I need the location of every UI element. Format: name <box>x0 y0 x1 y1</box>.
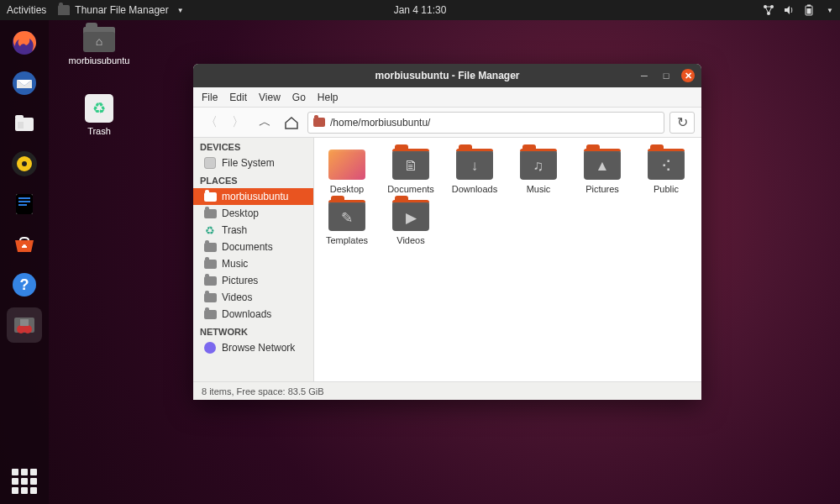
clock[interactable]: Jan 4 11:30 <box>394 4 447 16</box>
folder-label: Downloads <box>450 184 499 194</box>
desktop-icon-home[interactable]: ⌂ morbiusubuntu <box>66 27 133 66</box>
dock-thunar[interactable] <box>7 307 42 343</box>
sidebar-item-music[interactable]: Music <box>193 255 313 272</box>
menu-go[interactable]: Go <box>292 92 306 103</box>
titlebar[interactable]: morbiusubuntu - File Manager ─ □ ✕ <box>193 64 701 87</box>
folder-icon: ↓ <box>456 150 493 180</box>
folder-view[interactable]: Desktop🗎Documents↓Downloads♫Music▲Pictur… <box>314 138 701 381</box>
forward-button[interactable]: 〉 <box>227 112 249 134</box>
glyph-icon: ▶ <box>406 208 417 226</box>
glyph-icon: ✎ <box>341 208 353 226</box>
sidebar-item-videos[interactable]: Videos <box>193 289 313 306</box>
folder-label: Documents <box>386 184 435 194</box>
sidebar-item-label: Pictures <box>222 275 258 286</box>
dock-thunderbird[interactable] <box>7 66 42 101</box>
trash-icon: ♻ <box>85 94 113 123</box>
reload-button[interactable]: ↻ <box>669 112 695 134</box>
statusbar-text: 8 items, Free space: 83.5 GiB <box>202 386 324 396</box>
folder-icon: ▲ <box>584 150 621 180</box>
folder-icon: ✎ <box>328 201 365 231</box>
menu-help[interactable]: Help <box>318 92 339 103</box>
top-panel: Activities Thunar File Manager ▼ Jan 4 1… <box>0 0 840 20</box>
sidebar-item-downloads[interactable]: Downloads <box>193 306 313 323</box>
app-menu[interactable]: Thunar File Manager ▼ <box>58 4 183 16</box>
folder-icon: ♫ <box>520 150 557 180</box>
sidebar-item-label: Videos <box>222 291 252 303</box>
menu-file[interactable]: File <box>202 92 218 103</box>
window-title: morbiusubuntu - File Manager <box>375 70 519 81</box>
menu-view[interactable]: View <box>259 92 281 103</box>
minimize-button[interactable]: ─ <box>638 69 651 82</box>
svg-rect-26 <box>20 319 29 326</box>
back-button[interactable]: 〈 <box>200 112 222 134</box>
folder-icon: ⠪ <box>648 150 685 180</box>
sidebar-item-pictures[interactable]: Pictures <box>193 272 313 289</box>
folder-desktop[interactable]: Desktop <box>323 150 371 194</box>
glyph-icon: 🗎 <box>404 158 418 175</box>
sidebar-item-label: Music <box>222 258 248 270</box>
folder-downloads[interactable]: ↓Downloads <box>450 150 499 194</box>
sidebar-item-browse-network[interactable]: Browse Network <box>193 339 313 356</box>
glyph-icon: ⠪ <box>661 157 671 175</box>
folder-icon <box>328 150 365 180</box>
sidebar-item-documents[interactable]: Documents <box>193 239 313 255</box>
sidebar-item-file-system[interactable]: File System <box>193 155 313 171</box>
sidebar-header-places: PLACES <box>193 171 313 188</box>
dock-help[interactable]: ? <box>7 267 42 302</box>
svg-point-13 <box>22 161 27 166</box>
close-button[interactable]: ✕ <box>681 69 695 82</box>
folder-documents[interactable]: 🗎Documents <box>386 150 435 194</box>
home-button[interactable] <box>281 112 302 134</box>
glyph-icon: ♫ <box>533 158 544 175</box>
dock-firefox[interactable] <box>7 25 42 60</box>
svg-rect-18 <box>18 204 27 206</box>
desktop-icon-label: Trash <box>66 126 133 136</box>
menu-edit[interactable]: Edit <box>229 92 247 103</box>
dock-rhythmbox[interactable] <box>7 146 42 181</box>
battery-icon[interactable] <box>803 4 815 16</box>
dock-files[interactable] <box>7 106 42 141</box>
sidebar-item-trash[interactable]: ♻Trash <box>193 222 313 239</box>
toolbar: 〈 〉 ︿ /home/morbiusubuntu/ ↻ <box>193 108 701 138</box>
folder-icon <box>313 118 325 127</box>
activities-button[interactable]: Activities <box>7 4 46 16</box>
glyph-icon: ▲ <box>596 158 610 175</box>
menubar: File Edit View Go Help <box>193 87 701 108</box>
svg-rect-9 <box>15 115 24 119</box>
folder-icon <box>58 5 70 15</box>
folder-icon: ⌂ <box>83 27 115 52</box>
home-icon: ⌂ <box>96 34 102 48</box>
sidebar-item-label: Trash <box>222 224 247 236</box>
dock: ? <box>0 20 49 504</box>
folder-pictures[interactable]: ▲Pictures <box>578 150 627 194</box>
location-bar[interactable]: /home/morbiusubuntu/ <box>307 112 664 134</box>
folder-label: Music <box>514 184 563 194</box>
folder-music[interactable]: ♫Music <box>514 150 563 194</box>
up-button[interactable]: ︿ <box>254 112 276 134</box>
folder-public[interactable]: ⠪Public <box>642 150 690 194</box>
sidebar-header-network: NETWORK <box>193 323 313 339</box>
svg-rect-5 <box>807 8 811 14</box>
chevron-down-icon[interactable]: ▼ <box>827 7 833 14</box>
network-icon[interactable] <box>763 4 774 16</box>
svg-rect-17 <box>18 201 30 202</box>
folder-label: Templates <box>323 235 371 245</box>
show-applications[interactable] <box>12 469 37 494</box>
file-manager-window: morbiusubuntu - File Manager ─ □ ✕ File … <box>193 64 701 400</box>
folder-videos[interactable]: ▶Videos <box>386 201 435 245</box>
glyph-icon: ↓ <box>471 158 479 175</box>
svg-point-25 <box>24 325 32 333</box>
dock-software[interactable] <box>7 227 42 262</box>
svg-rect-16 <box>18 197 30 199</box>
location-path: /home/morbiusubuntu/ <box>330 117 430 129</box>
sidebar-item-morbiusubuntu[interactable]: morbiusubuntu <box>193 188 313 205</box>
sidebar-item-desktop[interactable]: Desktop <box>193 205 313 222</box>
volume-icon[interactable] <box>783 4 795 16</box>
desktop-icon-trash[interactable]: ♻ Trash <box>66 94 133 136</box>
chevron-down-icon: ▼ <box>177 7 184 14</box>
folder-templates[interactable]: ✎Templates <box>323 201 371 245</box>
dock-writer[interactable] <box>7 186 42 222</box>
sidebar-item-label: File System <box>222 157 275 169</box>
app-menu-label: Thunar File Manager <box>75 4 168 16</box>
maximize-button[interactable]: □ <box>659 69 673 82</box>
